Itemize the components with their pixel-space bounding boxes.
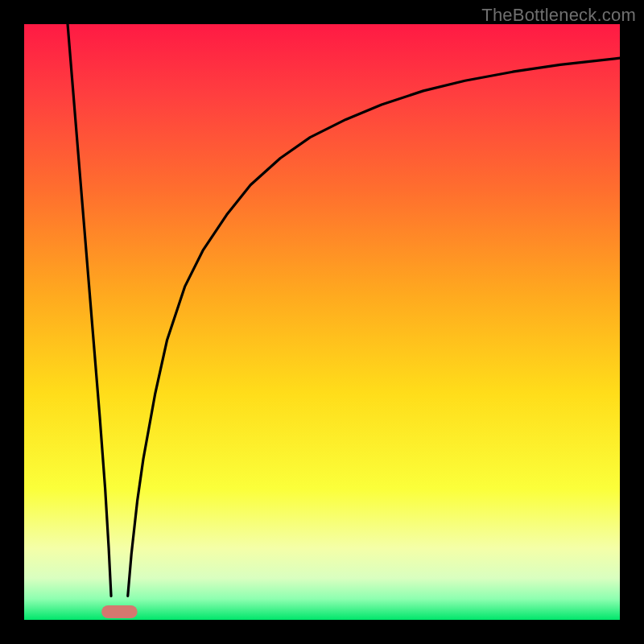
chart-svg [24,24,620,620]
optimal-marker [101,605,137,618]
watermark-text: TheBottleneck.com [481,5,636,26]
gradient-background [24,24,620,620]
plot-area [24,24,620,620]
chart-frame: TheBottleneck.com [0,0,644,644]
